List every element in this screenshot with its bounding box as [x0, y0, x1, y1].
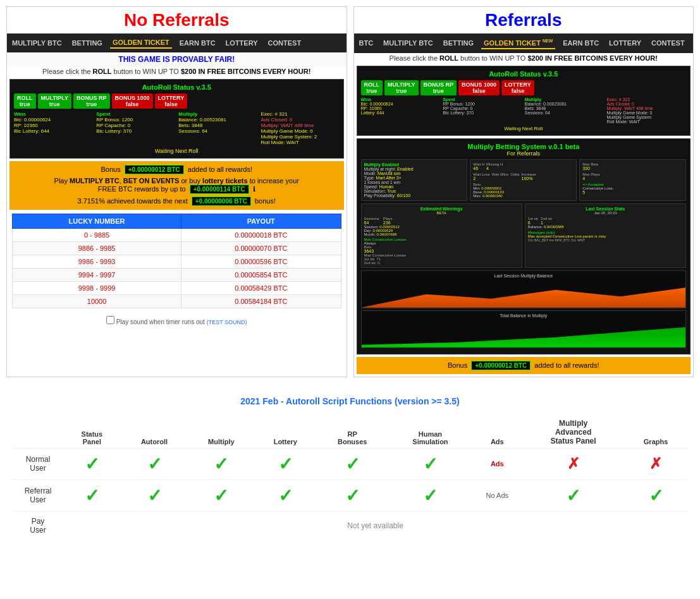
referrals-title: Referrals: [354, 7, 694, 33]
nav-contest-ref[interactable]: CONTEST: [649, 38, 687, 48]
referral-human: ✓: [388, 480, 472, 511]
table-row: 9986 - 9993 0.00000596 BTC: [13, 255, 341, 269]
referral-user-label: ReferralUser: [13, 480, 63, 511]
col-header-lottery: Lottery: [255, 416, 317, 449]
nav-lottery-ref[interactable]: LOTTERY: [606, 38, 644, 48]
multiply-settings-card: Multiply Enabled Multiply at night: Enab…: [361, 159, 468, 201]
bonus-badge-3: +0.00000006 BTC: [192, 197, 251, 206]
multiply-betting-box: Multiply Betting System v.0.1 beta For R…: [357, 138, 691, 354]
nav-lottery[interactable]: LOTTERY: [223, 38, 261, 48]
normal-user-label: NormalUser: [13, 448, 63, 480]
lucky-table: LUCKY NUMBER PAYOUT 0 - 9885 0.00000018 …: [12, 214, 341, 308]
bonus-badge-1: +0.00000012 BTC: [125, 165, 184, 174]
btn-bonus-rp-ref[interactable]: BONUS RPtrue: [421, 80, 457, 95]
normal-multiply: ✓: [188, 448, 254, 480]
col-header-rp: RPBonuses: [316, 416, 388, 449]
max-bets-card: Max Bets 330 Max Plays 4 => Accepted Con…: [579, 159, 686, 201]
btn-multiply-ref[interactable]: MULTIPLYtrue: [384, 80, 419, 95]
graph-last-session: Last Session Multiply Balance: [361, 270, 687, 308]
autoroll-stats: Wins Btc: 0.00000624 RP: 10360 Btc Lotte…: [14, 111, 340, 145]
nav-contest[interactable]: CONTEST: [266, 38, 304, 48]
btn-lottery[interactable]: LOTTERYfalse: [155, 94, 188, 109]
bonus-line2: Play MULTIPLY BTC, BET ON EVENTS or buy …: [15, 177, 339, 194]
normal-lottery: ✓: [255, 448, 317, 480]
col-header-autoroll: Autoroll: [121, 416, 188, 449]
comparison-section: No Referrals MULTIPLY BTC BETTING GOLDEN…: [0, 0, 700, 384]
nav-btc-ref[interactable]: BTC: [357, 38, 376, 48]
nav-earn-ref[interactable]: EARN BTC: [560, 38, 601, 48]
bonus-section-ref: Bonus +0.00000012 BTC added to all rewar…: [357, 357, 691, 374]
autoroll-title-ref: AutoRoll Status v.3.5: [361, 70, 687, 78]
col-header-multiply-adv: MultiplyAdvancedStatus Panel: [522, 416, 624, 449]
provably-fair: THIS GAME IS PROVABLY FAIR!: [7, 52, 347, 66]
normal-graphs: ✗: [624, 448, 687, 480]
referral-autoroll: ✓: [121, 480, 188, 511]
btn-roll-ref[interactable]: ROLLtrue: [361, 80, 383, 95]
graph-total-balance: Total Balance in Multiply: [361, 310, 687, 348]
nav-golden-ref[interactable]: GOLDEN TICKET NEW: [481, 37, 555, 49]
graph-green-fill: [362, 322, 686, 348]
for-referrals-label: For Referrals: [361, 150, 687, 157]
btn-lottery-ref[interactable]: LOTTERYfalse: [501, 80, 534, 95]
referral-rp: ✓: [316, 480, 388, 511]
normal-ads: Ads: [472, 448, 523, 480]
normal-rp: ✓: [316, 448, 388, 480]
referral-multiply-adv: ✓: [522, 480, 624, 511]
win-text: Please click the ROLL button to WIN UP T…: [7, 66, 347, 76]
referral-user-row: ReferralUser ✓ ✓ ✓ ✓ ✓ ✓ No Ads ✓ ✓: [13, 480, 687, 511]
referral-lottery: ✓: [255, 480, 317, 511]
page-container: No Referrals MULTIPLY BTC BETTING GOLDEN…: [0, 0, 700, 546]
nav-multiply-ref[interactable]: MULTIPLY BTC: [381, 38, 436, 48]
autoroll-box-ref: AutoRoll Status v.3.5 ROLLtrue MULTIPLYt…: [357, 66, 691, 136]
referral-multiply: ✓: [188, 480, 254, 511]
nav-betting[interactable]: BETTING: [70, 38, 105, 48]
bets-settings-card: Wait H 46 Missing H 4 Wait Loss 2: [470, 159, 577, 201]
col-header-user: [13, 416, 63, 449]
normal-multiply-adv: ✗: [522, 448, 624, 480]
test-sound-link[interactable]: (TEST SOUND): [207, 319, 247, 325]
sound-check: Play sound when timer runs out (TEST SOU…: [7, 312, 347, 329]
btn-bonus-rp[interactable]: BONUS RPtrue: [73, 94, 110, 109]
btn-bonus-false-ref[interactable]: BONUS 1000false: [458, 80, 500, 95]
not-available-cell: Not yet available: [63, 511, 687, 540]
win-text-ref: Please click the ROLL button to WIN UP T…: [354, 53, 694, 63]
payout-6: 0.00584184 BTC: [181, 295, 341, 308]
btn-bonus-1000[interactable]: BONUS 1000false: [112, 94, 153, 109]
nav-earn-btc[interactable]: EARN BTC: [177, 38, 218, 48]
estimated-winnings-card: Estimated Winnings BETA Sessions 64 Play…: [361, 203, 522, 268]
table-row: 0 - 9885 0.00000018 BTC: [13, 229, 341, 242]
referral-graphs: ✓: [624, 480, 687, 511]
sound-checkbox[interactable]: [106, 316, 114, 324]
pay-user-row: PayUser Not yet available: [13, 511, 687, 540]
bonus-section: Bonus +0.00000012 BTC added to all rewar…: [9, 161, 344, 210]
range-3: 9986 - 9993: [13, 255, 181, 269]
normal-autoroll: ✓: [121, 448, 188, 480]
nav-golden-ticket[interactable]: GOLDEN TICKET: [110, 37, 172, 49]
table-row: 10000 0.00584184 BTC: [13, 295, 341, 308]
col-header-human: HumanSimulation: [388, 416, 472, 449]
range-6: 10000: [13, 295, 181, 308]
pay-user-label: PayUser: [13, 511, 63, 540]
nav-multiply-btc[interactable]: MULTIPLY BTC: [9, 38, 64, 48]
nav-betting-ref[interactable]: BETTING: [441, 38, 476, 48]
waiting-text: Waiting Next Roll: [14, 148, 340, 154]
range-5: 9998 - 9999: [13, 282, 181, 295]
btn-multiply[interactable]: MULTIPLYtrue: [38, 94, 72, 109]
table-row: 9998 - 9999 0.00058429 BTC: [13, 282, 341, 295]
multiply-betting-title: Multiply Betting System v.0.1 beta: [361, 143, 687, 150]
bonus-badge-ref: +0.00000012 BTC: [471, 361, 531, 370]
col-header-multiply: Multiply: [188, 416, 254, 449]
stats-wins: Wins Btc: 0.00000624 RP: 10360 Btc Lotte…: [14, 111, 92, 145]
stats-spent: Spent RP Bonus: 1200 RP Capache: 0 Btc L…: [96, 111, 175, 145]
range-4: 9994 - 9997: [13, 269, 181, 282]
normal-status: ✓: [63, 448, 121, 480]
referrals-nav: BTC MULTIPLY BTC BETTING GOLDEN TICKET N…: [354, 33, 694, 53]
range-1: 0 - 9885: [13, 229, 181, 242]
feature-table: StatusPanel Autoroll Multiply Lottery RP…: [13, 416, 687, 540]
payout-1: 0.00000018 BTC: [181, 229, 341, 242]
btn-roll[interactable]: ROLLtrue: [14, 94, 36, 109]
normal-user-row: NormalUser ✓ ✓ ✓ ✓ ✓ ✓ Ads ✗ ✗: [13, 448, 687, 480]
feature-title: 2021 Feb - Autoroll Script Functions (ve…: [13, 396, 687, 406]
bonus-progress: 3.7151% achieved towards the next +0.000…: [15, 197, 339, 206]
last-session-card: Last Session Stats Jan 20, 20:23 1st str…: [525, 203, 686, 268]
